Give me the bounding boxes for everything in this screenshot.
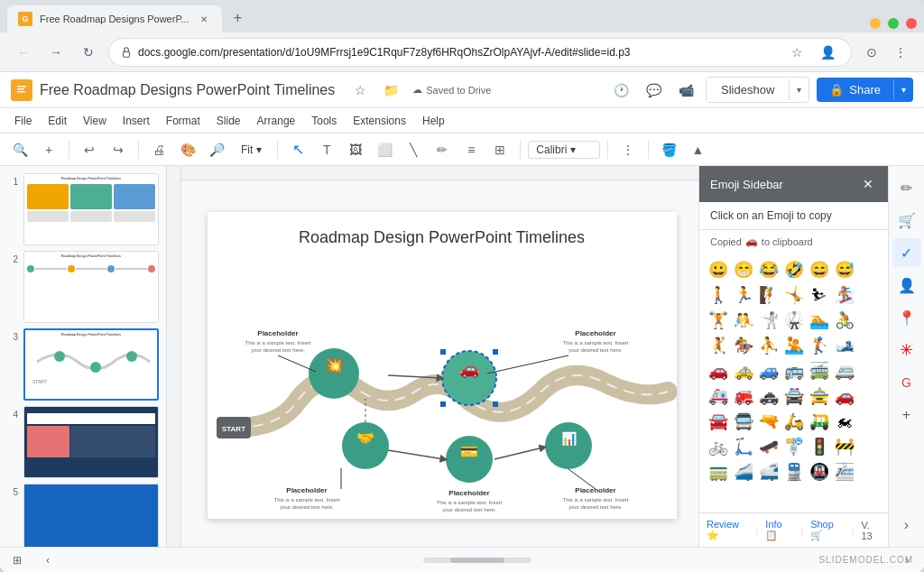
emoji-joy[interactable]: 😂 [757,258,781,281]
menu-edit[interactable]: Edit [41,111,74,131]
redo-button[interactable]: ↪ [106,137,131,162]
emoji-snowboard[interactable]: 🏂 [833,283,856,307]
text-tool[interactable]: T [314,137,339,162]
font-selector[interactable]: Calibri ▾ [528,141,600,159]
paint-format-button[interactable]: 🎨 [175,137,200,162]
menu-slide[interactable]: Slide [209,111,248,131]
slide-thumbnail-2[interactable]: 2 Roadmap Design PowerPoint Timelines [7,251,159,323]
emoji-delivery[interactable]: 🚖 [808,384,831,408]
emoji-gun[interactable]: 🔫 [757,410,781,433]
new-tab-button[interactable]: + [226,5,251,31]
maximize-button[interactable] [888,18,899,29]
emoji-busstop[interactable]: 🚏 [782,435,806,458]
tab-close-button[interactable]: ✕ [197,12,211,26]
footer-shop[interactable]: Shop 🛒 [810,519,844,541]
address-input[interactable]: docs.google.com/presentation/d/1oU9MFrrs… [108,38,852,67]
menu-tools[interactable]: Tools [304,111,344,131]
emoji-skis[interactable]: 🎿 [833,334,856,357]
emoji-cartwheel[interactable]: 🤸 [782,283,806,307]
undo-button[interactable]: ↩ [77,137,102,162]
emoji-train3[interactable]: 🚃 [707,460,730,484]
minimize-button[interactable] [870,18,881,29]
emoji-martial[interactable]: 🥋 [782,309,806,332]
emoji-police[interactable]: 🚓 [757,384,781,408]
line-tool[interactable]: ╲ [401,137,426,162]
panel-right-arrow-icon[interactable]: › [892,511,921,540]
comment-icon[interactable]: 💬 [641,78,666,103]
format-tool[interactable]: ≡ [458,137,484,162]
emoji-motorcycle[interactable]: 🏍 [833,410,856,433]
menu-insert[interactable]: Insert [116,111,157,131]
emoji-traffic[interactable]: 🚦 [808,435,831,458]
back-button[interactable]: ← [11,40,36,65]
emoji-handball[interactable]: 🤾 [707,334,730,357]
fit-select[interactable]: Fit ▾ [233,141,270,159]
print-button[interactable]: 🖨 [146,137,171,162]
emoji-climb[interactable]: 🧗 [757,283,781,307]
share-main-button[interactable]: 🔒 Share [817,78,893,102]
emoji-sweat[interactable]: 😅 [833,258,856,281]
emoji-bus2[interactable]: 🚍 [732,410,755,433]
panel-pen-icon[interactable]: ✏ [892,173,921,202]
slide-canvas[interactable]: Roadmap Design PowerPoint Timelines STAR… [208,212,677,519]
active-tab[interactable]: G Free Roadmap Designs PowerP... ✕ [7,5,222,32]
emoji-bus[interactable]: 🚌 [782,359,806,383]
account-icon[interactable]: 👤 [815,40,840,65]
emoji-speedtrain[interactable]: 🚄 [732,460,755,484]
emoji-bicycle[interactable]: 🚲 [707,435,730,458]
forward-button[interactable]: → [43,40,69,65]
emoji-minibus[interactable]: 🚐 [833,359,856,383]
emoji-metro[interactable]: 🚇 [808,460,831,484]
emoji-polo[interactable]: 🤽 [782,334,806,357]
emoji-car1[interactable]: 🚗 [707,359,730,383]
menu-extensions[interactable]: Extensions [346,111,413,131]
prev-slide-button[interactable]: ‹ [38,550,58,570]
image-tool[interactable]: 🖼 [343,137,368,162]
emoji-kick-scooter[interactable]: 🛴 [732,435,755,458]
emoji-trolley[interactable]: 🚎 [808,359,831,383]
shape-tool[interactable]: ⬜ [372,137,397,162]
draw-tool[interactable]: ✏ [430,137,455,162]
slide-thumbnail-4[interactable]: 4 [7,406,159,478]
panel-map-icon[interactable]: 📍 [892,303,921,332]
grid-view-button[interactable]: ⊞ [7,550,27,570]
paint-bucket-icon[interactable]: 🪣 [656,137,681,162]
panel-star-icon[interactable]: ✳ [892,336,921,364]
star-icon[interactable]: ☆ [784,40,809,65]
menu-help[interactable]: Help [415,111,452,131]
menu-arrange[interactable]: Arrange [250,111,303,131]
close-button[interactable] [906,18,917,29]
emoji-oncoming-police[interactable]: 🚔 [782,384,806,408]
panel-check-icon[interactable]: ✓ [892,238,921,267]
star-bookmark-icon[interactable]: ☆ [347,78,373,103]
panel-user-icon[interactable]: 👤 [892,271,921,300]
emoji-taxi[interactable]: 🚗 [833,384,856,408]
emoji-train4[interactable]: 🚆 [782,460,806,484]
emoji-ambulance[interactable]: 🚑 [707,384,730,408]
menu-file[interactable]: File [7,111,39,131]
menu-format[interactable]: Format [159,111,208,131]
account-circle-icon[interactable]: ⊙ [859,40,884,65]
slideshow-dropdown-button[interactable]: ▾ [789,79,808,100]
emoji-basketball[interactable]: ⛹ [757,334,781,357]
more-icon[interactable]: ⋮ [888,40,913,65]
cursor-tool[interactable]: ↖ [285,137,310,162]
folder-icon[interactable]: 📁 [378,78,403,103]
emoji-lift[interactable]: 🏋 [707,309,730,332]
menu-view[interactable]: View [76,111,114,131]
slide-thumbnail-3[interactable]: 3 Roadmap Design PowerPoint Timelines [7,328,159,401]
emoji-grin[interactable]: 😁 [732,258,755,281]
emoji-lightrail[interactable]: 🚈 [833,460,856,484]
emoji-swim[interactable]: 🏊 [808,309,831,332]
emoji-bullettrain[interactable]: 🚅 [757,460,781,484]
emoji-car3[interactable]: 🚙 [757,359,781,383]
more-tools-button[interactable]: ⋮ [615,137,641,162]
share-dropdown-button[interactable]: ▾ [893,79,913,100]
emoji-firetruck[interactable]: 🚒 [732,384,755,408]
meet-icon[interactable]: 📹 [673,78,698,103]
table-tool[interactable]: ⊞ [487,137,513,162]
panel-cart-icon[interactable]: 🛒 [892,206,921,235]
emoji-skateboard[interactable]: 🛹 [757,435,781,458]
slide-thumbnail-1[interactable]: 1 Roadmap Design PowerPoint Timelines [7,173,159,245]
footer-info[interactable]: Info 📋 [765,519,793,541]
